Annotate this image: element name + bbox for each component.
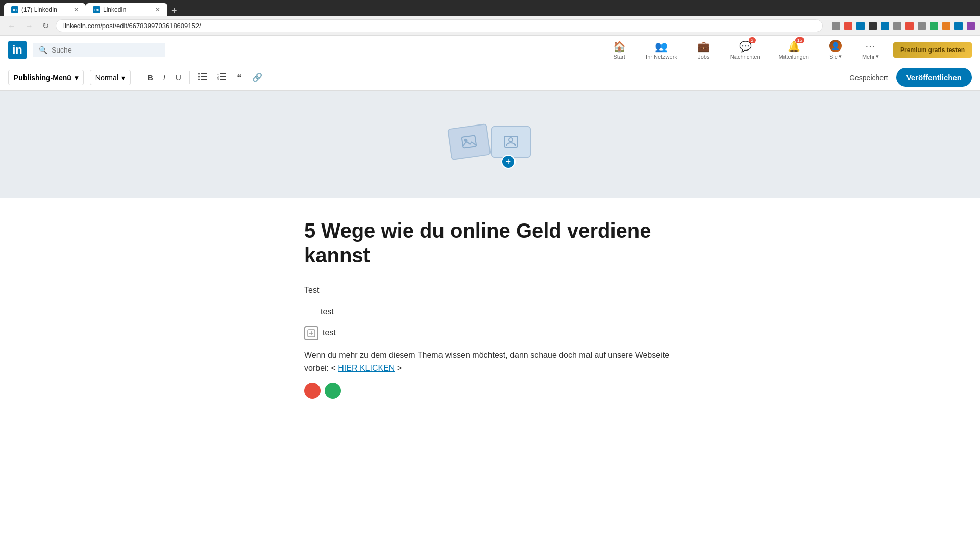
article-paragraph-3[interactable]: test xyxy=(323,326,336,339)
new-tab-button[interactable]: + xyxy=(167,6,181,16)
article-content: 5 Wege wie du online Geld verdiene kanns… xyxy=(296,198,684,453)
ext-icon-9 xyxy=(930,22,938,30)
ext-icon-6 xyxy=(893,22,901,30)
mitteilungen-icon: 🔔 15 xyxy=(788,40,800,53)
unordered-list-button[interactable] xyxy=(194,69,211,86)
nav-item-nachrichten[interactable]: 💬 2 Nachrichten xyxy=(722,36,769,64)
back-button[interactable]: ← xyxy=(5,20,18,32)
unordered-list-icon xyxy=(198,73,207,80)
emoji-row xyxy=(304,383,676,399)
toolbar-separator-2 xyxy=(189,71,190,84)
linkedin-navbar: in 🔍 🏠 Start 👥 Ihr Netzwerk 💼 Jobs 💬 2 N… xyxy=(0,36,980,64)
svg-text:3.: 3. xyxy=(217,78,219,80)
address-bar[interactable]: linkedin.com/post/edit/66783997036186091… xyxy=(56,19,823,32)
nav-label-netzwerk: Ihr Netzwerk xyxy=(646,54,677,60)
add-block-icon xyxy=(307,329,315,337)
tab-label-2: LinkedIn xyxy=(103,6,126,13)
publishing-menu-dropdown[interactable]: Publishing-Menü ▾ xyxy=(8,70,84,85)
mehr-chevron: ▾ xyxy=(876,53,879,60)
svg-point-4 xyxy=(198,76,200,78)
address-text: linkedin.com/post/edit/66783997036186091… xyxy=(63,22,201,30)
article-paragraph-4[interactable]: Wenn du mehr zu dem diesem Thema wissen … xyxy=(304,348,676,374)
add-cover-button[interactable]: + xyxy=(501,155,516,169)
nav-label-jobs: Jobs xyxy=(698,54,709,60)
format-chevron: ▾ xyxy=(121,73,125,82)
italic-button[interactable]: I xyxy=(159,70,169,85)
publishing-toolbar: Publishing-Menü ▾ Normal ▾ B I U 1. 2. 3… xyxy=(0,64,980,91)
format-dropdown[interactable]: Normal ▾ xyxy=(90,70,131,85)
tab-linkedin-notifications[interactable]: in (17) LinkedIn ✕ xyxy=(4,3,86,16)
hier-klicken-link[interactable]: HIER KLICKEN xyxy=(338,364,395,372)
ext-icon-3 xyxy=(856,22,865,30)
link-button[interactable]: 🔗 xyxy=(248,69,266,85)
svg-point-15 xyxy=(509,138,513,142)
svg-point-3 xyxy=(198,73,200,75)
search-icon: 🔍 xyxy=(39,46,47,54)
nav-item-start[interactable]: 🏠 Start xyxy=(603,36,635,64)
tab-favicon-1: in xyxy=(11,6,18,13)
address-bar-row: ← → ↻ linkedin.com/post/edit/66783997036… xyxy=(0,16,980,36)
nav-label-sie: Sie ▾ xyxy=(829,53,842,60)
tab-linkedin-edit[interactable]: in LinkedIn ✕ xyxy=(86,3,167,16)
article-paragraph-2[interactable]: test xyxy=(304,305,676,318)
article-paragraph-1[interactable]: Test xyxy=(304,284,676,297)
avatar: 👤 xyxy=(829,40,842,52)
netzwerk-icon: 👥 xyxy=(655,40,668,53)
quote-button[interactable]: ❝ xyxy=(233,69,246,86)
browser-extension-icons xyxy=(832,22,975,30)
nav-item-netzwerk[interactable]: 👥 Ihr Netzwerk xyxy=(638,36,685,64)
person-icon xyxy=(503,135,519,148)
underline-button[interactable]: U xyxy=(172,70,185,85)
ext-icon-5 xyxy=(881,22,889,30)
cover-placeholder: + xyxy=(449,124,531,165)
tab-label-1: (17) LinkedIn xyxy=(21,6,57,13)
nav-item-mehr[interactable]: ⋯ Mehr ▾ xyxy=(854,36,887,64)
linkedin-logo: in xyxy=(8,41,27,59)
publishing-menu-chevron: ▾ xyxy=(75,73,78,82)
refresh-button[interactable]: ↻ xyxy=(40,20,52,32)
nav-item-sie[interactable]: 👤 Sie ▾ xyxy=(819,36,852,64)
nav-item-jobs[interactable]: 💼 Jobs xyxy=(688,36,720,64)
paragraph-4-text-after: > xyxy=(395,364,402,372)
nav-label-mehr: Mehr ▾ xyxy=(862,53,879,60)
tab-close-1[interactable]: ✕ xyxy=(74,6,79,13)
ext-icon-1 xyxy=(832,22,840,30)
mitteilungen-badge: 15 xyxy=(795,37,804,43)
jobs-icon: 💼 xyxy=(697,40,710,53)
add-content-icon[interactable] xyxy=(304,326,318,340)
mehr-icon: ⋯ xyxy=(865,40,875,52)
nav-item-mitteilungen[interactable]: 🔔 15 Mitteilungen xyxy=(771,36,817,64)
publishing-menu-label: Publishing-Menü xyxy=(14,73,71,82)
ext-icon-10 xyxy=(942,22,950,30)
ext-icon-2 xyxy=(844,22,852,30)
sie-chevron: ▾ xyxy=(839,53,842,60)
nav-label-mitteilungen: Mitteilungen xyxy=(779,54,809,60)
cover-card-front xyxy=(491,126,531,158)
tab-favicon-2: in xyxy=(93,6,100,13)
svg-rect-12 xyxy=(462,135,477,148)
search-input[interactable] xyxy=(52,46,154,54)
publish-button[interactable]: Veröffentlichen xyxy=(896,68,972,87)
nav-label-start: Start xyxy=(613,54,625,60)
ext-icon-12 xyxy=(967,22,975,30)
ordered-list-button[interactable]: 1. 2. 3. xyxy=(213,70,231,85)
forward-button[interactable]: → xyxy=(22,20,36,32)
emoji-green xyxy=(325,383,341,399)
ext-icon-11 xyxy=(954,22,963,30)
article-title[interactable]: 5 Wege wie du online Geld verdiene kanns… xyxy=(304,218,676,267)
ext-icon-4 xyxy=(869,22,877,30)
ordered-list-icon: 1. 2. 3. xyxy=(217,73,227,80)
nav-label-nachrichten: Nachrichten xyxy=(730,54,761,60)
format-label: Normal xyxy=(95,73,118,82)
search-bar[interactable]: 🔍 xyxy=(33,43,165,57)
bold-button[interactable]: B xyxy=(143,70,157,85)
tab-close-2[interactable]: ✕ xyxy=(155,6,160,13)
cover-image-area[interactable]: + xyxy=(0,91,980,198)
start-icon: 🏠 xyxy=(613,40,626,53)
save-button[interactable]: Gespeichert xyxy=(843,69,894,86)
toolbar-separator-1 xyxy=(139,71,139,84)
premium-button[interactable]: Premium gratis testen xyxy=(893,42,972,58)
nachrichten-icon: 💬 2 xyxy=(739,40,752,53)
svg-point-5 xyxy=(198,79,200,80)
image-icon-back xyxy=(460,134,477,149)
